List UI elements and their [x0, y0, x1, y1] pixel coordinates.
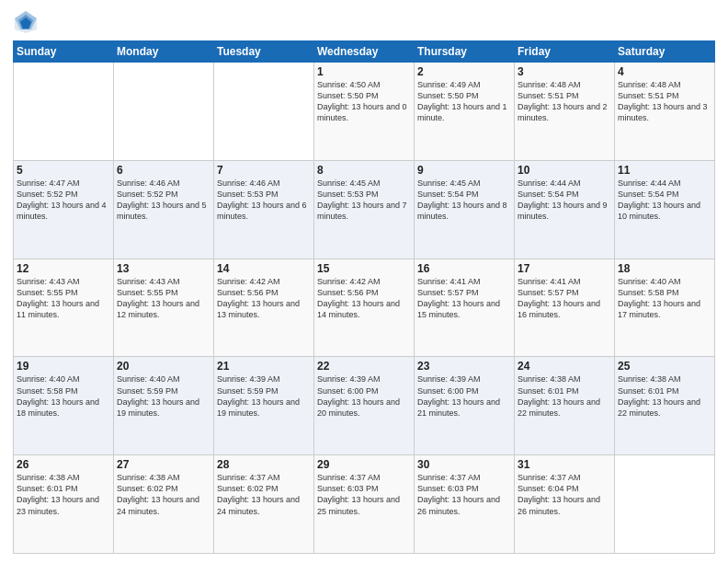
weekday-header-thursday: Thursday: [415, 41, 515, 63]
calendar-table: SundayMondayTuesdayWednesdayThursdayFrid…: [13, 40, 715, 554]
calendar-cell: 19Sunrise: 4:40 AMSunset: 5:58 PMDayligh…: [14, 357, 114, 455]
calendar-cell: 8Sunrise: 4:45 AMSunset: 5:53 PMDaylight…: [314, 160, 415, 259]
day-number: 14: [217, 262, 311, 275]
cell-info: Sunrise: 4:47 AMSunset: 5:52 PMDaylight:…: [17, 178, 110, 223]
day-number: 10: [518, 164, 611, 177]
cell-info: Sunrise: 4:45 AMSunset: 5:54 PMDaylight:…: [417, 178, 511, 223]
cell-info: Sunrise: 4:42 AMSunset: 5:56 PMDaylight:…: [317, 276, 411, 321]
calendar-cell: 9Sunrise: 4:45 AMSunset: 5:54 PMDaylight…: [415, 160, 515, 259]
day-number: 7: [217, 164, 311, 177]
cell-info: Sunrise: 4:38 AMSunset: 6:01 PMDaylight:…: [518, 373, 611, 419]
day-number: 28: [217, 458, 311, 471]
calendar-cell: 29Sunrise: 4:37 AMSunset: 6:03 PMDayligh…: [314, 455, 415, 554]
calendar-cell: 12Sunrise: 4:43 AMSunset: 5:55 PMDayligh…: [14, 259, 114, 357]
calendar-cell: [615, 455, 715, 554]
day-number: 6: [117, 164, 210, 177]
day-number: 25: [618, 360, 711, 373]
day-number: 31: [518, 458, 611, 471]
cell-info: Sunrise: 4:44 AMSunset: 5:54 PMDaylight:…: [518, 178, 611, 223]
day-number: 4: [618, 65, 711, 78]
calendar-cell: 10Sunrise: 4:44 AMSunset: 5:54 PMDayligh…: [515, 160, 615, 259]
cell-info: Sunrise: 4:43 AMSunset: 5:55 PMDaylight:…: [17, 276, 110, 321]
day-number: 11: [618, 164, 711, 177]
cell-info: Sunrise: 4:38 AMSunset: 6:01 PMDaylight:…: [618, 373, 711, 419]
calendar-cell: 30Sunrise: 4:37 AMSunset: 6:03 PMDayligh…: [415, 455, 515, 554]
calendar-cell: 22Sunrise: 4:39 AMSunset: 6:00 PMDayligh…: [314, 357, 415, 455]
cell-info: Sunrise: 4:48 AMSunset: 5:51 PMDaylight:…: [618, 79, 711, 124]
day-number: 17: [518, 262, 611, 275]
cell-info: Sunrise: 4:40 AMSunset: 5:59 PMDaylight:…: [117, 373, 210, 419]
calendar-cell: [214, 63, 314, 161]
calendar-cell: 21Sunrise: 4:39 AMSunset: 5:59 PMDayligh…: [214, 357, 314, 455]
cell-info: Sunrise: 4:50 AMSunset: 5:50 PMDaylight:…: [317, 79, 411, 124]
cell-info: Sunrise: 4:40 AMSunset: 5:58 PMDaylight:…: [17, 373, 110, 419]
calendar-cell: 15Sunrise: 4:42 AMSunset: 5:56 PMDayligh…: [314, 259, 415, 357]
day-number: 21: [217, 360, 311, 373]
cell-info: Sunrise: 4:46 AMSunset: 5:52 PMDaylight:…: [117, 178, 210, 223]
weekday-header-friday: Friday: [515, 41, 615, 63]
day-number: 20: [117, 360, 210, 373]
day-number: 2: [417, 65, 511, 78]
day-number: 22: [317, 360, 411, 373]
day-number: 5: [17, 164, 110, 177]
calendar-cell: 18Sunrise: 4:40 AMSunset: 5:58 PMDayligh…: [615, 259, 715, 357]
cell-info: Sunrise: 4:48 AMSunset: 5:51 PMDaylight:…: [518, 79, 611, 124]
weekday-header-monday: Monday: [114, 41, 214, 63]
calendar-cell: 5Sunrise: 4:47 AMSunset: 5:52 PMDaylight…: [14, 160, 114, 259]
cell-info: Sunrise: 4:37 AMSunset: 6:04 PMDaylight:…: [518, 472, 611, 517]
weekday-header-wednesday: Wednesday: [314, 41, 415, 63]
calendar-cell: 11Sunrise: 4:44 AMSunset: 5:54 PMDayligh…: [615, 160, 715, 259]
cell-info: Sunrise: 4:49 AMSunset: 5:50 PMDaylight:…: [417, 79, 511, 124]
cell-info: Sunrise: 4:44 AMSunset: 5:54 PMDaylight:…: [618, 178, 711, 223]
cell-info: Sunrise: 4:39 AMSunset: 5:59 PMDaylight:…: [217, 373, 311, 419]
calendar-cell: [114, 63, 214, 161]
calendar-cell: 23Sunrise: 4:39 AMSunset: 6:00 PMDayligh…: [415, 357, 515, 455]
calendar-cell: 14Sunrise: 4:42 AMSunset: 5:56 PMDayligh…: [214, 259, 314, 357]
day-number: 16: [417, 262, 511, 275]
logo: [13, 9, 40, 35]
cell-info: Sunrise: 4:37 AMSunset: 6:03 PMDaylight:…: [417, 472, 511, 517]
calendar-cell: 25Sunrise: 4:38 AMSunset: 6:01 PMDayligh…: [615, 357, 715, 455]
header: [13, 9, 715, 35]
calendar-cell: 16Sunrise: 4:41 AMSunset: 5:57 PMDayligh…: [415, 259, 515, 357]
cell-info: Sunrise: 4:38 AMSunset: 6:02 PMDaylight:…: [117, 472, 210, 517]
day-number: 9: [417, 164, 511, 177]
week-row-3: 12Sunrise: 4:43 AMSunset: 5:55 PMDayligh…: [14, 259, 715, 357]
calendar-cell: 28Sunrise: 4:37 AMSunset: 6:02 PMDayligh…: [214, 455, 314, 554]
week-row-1: 1Sunrise: 4:50 AMSunset: 5:50 PMDaylight…: [14, 63, 715, 161]
cell-info: Sunrise: 4:46 AMSunset: 5:53 PMDaylight:…: [217, 178, 311, 223]
cell-info: Sunrise: 4:40 AMSunset: 5:58 PMDaylight:…: [618, 276, 711, 321]
cell-info: Sunrise: 4:45 AMSunset: 5:53 PMDaylight:…: [317, 178, 411, 223]
day-number: 13: [117, 262, 210, 275]
calendar-cell: 2Sunrise: 4:49 AMSunset: 5:50 PMDaylight…: [415, 63, 515, 161]
cell-info: Sunrise: 4:39 AMSunset: 6:00 PMDaylight:…: [417, 373, 511, 419]
day-number: 30: [417, 458, 511, 471]
day-number: 29: [317, 458, 411, 471]
calendar-cell: [14, 63, 114, 161]
cell-info: Sunrise: 4:39 AMSunset: 6:00 PMDaylight:…: [317, 373, 411, 419]
calendar-cell: 20Sunrise: 4:40 AMSunset: 5:59 PMDayligh…: [114, 357, 214, 455]
day-number: 26: [17, 458, 110, 471]
cell-info: Sunrise: 4:37 AMSunset: 6:02 PMDaylight:…: [217, 472, 311, 517]
calendar-cell: 17Sunrise: 4:41 AMSunset: 5:57 PMDayligh…: [515, 259, 615, 357]
weekday-header-sunday: Sunday: [14, 41, 114, 63]
calendar-cell: 27Sunrise: 4:38 AMSunset: 6:02 PMDayligh…: [114, 455, 214, 554]
cell-info: Sunrise: 4:41 AMSunset: 5:57 PMDaylight:…: [518, 276, 611, 321]
calendar-cell: 3Sunrise: 4:48 AMSunset: 5:51 PMDaylight…: [515, 63, 615, 161]
day-number: 27: [117, 458, 210, 471]
cell-info: Sunrise: 4:42 AMSunset: 5:56 PMDaylight:…: [217, 276, 311, 321]
day-number: 15: [317, 262, 411, 275]
day-number: 18: [618, 262, 711, 275]
calendar-cell: 24Sunrise: 4:38 AMSunset: 6:01 PMDayligh…: [515, 357, 615, 455]
cell-info: Sunrise: 4:37 AMSunset: 6:03 PMDaylight:…: [317, 472, 411, 517]
day-number: 8: [317, 164, 411, 177]
week-row-5: 26Sunrise: 4:38 AMSunset: 6:01 PMDayligh…: [14, 455, 715, 554]
calendar-cell: 26Sunrise: 4:38 AMSunset: 6:01 PMDayligh…: [14, 455, 114, 554]
day-number: 23: [417, 360, 511, 373]
cell-info: Sunrise: 4:43 AMSunset: 5:55 PMDaylight:…: [117, 276, 210, 321]
weekday-header-tuesday: Tuesday: [214, 41, 314, 63]
calendar-page: SundayMondayTuesdayWednesdayThursdayFrid…: [0, 0, 728, 563]
weekday-header-saturday: Saturday: [615, 41, 715, 63]
weekday-header-row: SundayMondayTuesdayWednesdayThursdayFrid…: [14, 41, 715, 63]
cell-info: Sunrise: 4:41 AMSunset: 5:57 PMDaylight:…: [417, 276, 511, 321]
